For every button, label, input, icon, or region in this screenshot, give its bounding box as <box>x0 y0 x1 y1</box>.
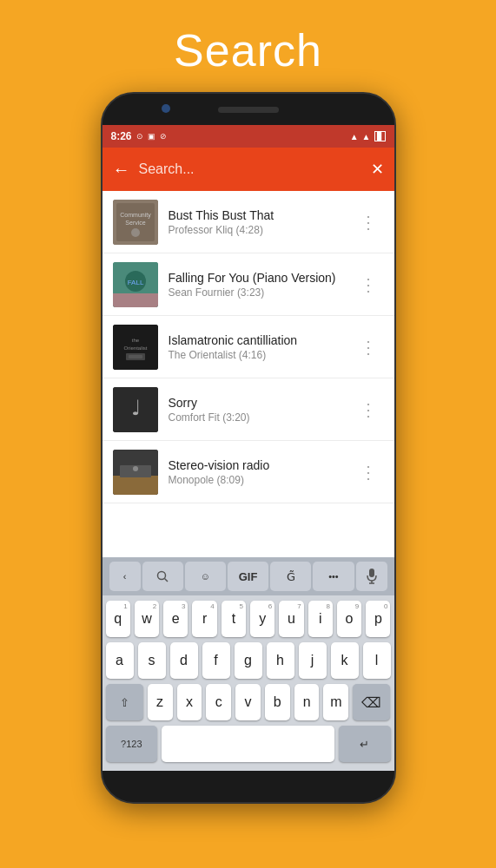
song-more-4[interactable]: ⋮ <box>353 392 384 427</box>
keyboard-row-1: 1q 2w 3e 4r 5t 6y 7u 8i 9o 0p <box>106 601 391 637</box>
svg-text:FALL: FALL <box>127 279 143 286</box>
key-e[interactable]: 3e <box>163 601 188 637</box>
keyboard-back-button[interactable]: ‹ <box>109 562 141 591</box>
song-title-4: Sorry <box>169 396 353 410</box>
key-w[interactable]: 2w <box>135 601 159 637</box>
keyboard-row-3: ⇧ z x c v b n m ⌫ <box>106 684 391 720</box>
album-art-3: the Orientalist <box>113 325 158 370</box>
song-item-3[interactable]: the Orientalist Islamatronic cantilliati… <box>103 316 394 378</box>
key-x[interactable]: x <box>177 684 202 720</box>
song-list: Community Service Bust This Bust That Pr… <box>103 191 394 557</box>
song-item-2[interactable]: FALL Falling For You (Piano Version) Sea… <box>103 253 394 316</box>
status-icon-3: ⊘ <box>160 132 167 141</box>
key-z[interactable]: z <box>148 684 173 720</box>
song-more-1[interactable]: ⋮ <box>353 205 384 240</box>
status-icon-1: ⊙ <box>136 132 143 141</box>
keyboard-gif-button[interactable]: GIF <box>228 562 268 591</box>
status-bar: 8:26 ⊙ ▣ ⊘ ▲ ▲ ▊ <box>103 125 394 148</box>
phone-camera <box>162 104 170 113</box>
key-i[interactable]: 8i <box>308 601 333 637</box>
song-subtitle-2: Sean Fournier (3:23) <box>169 286 353 299</box>
svg-point-4 <box>131 228 140 237</box>
key-j[interactable]: j <box>299 642 327 679</box>
svg-line-21 <box>165 579 169 582</box>
phone-speaker <box>218 107 279 113</box>
song-item-5[interactable]: Stereo-vision radio Monopole (8:09) ⋮ <box>103 441 394 503</box>
keyboard-translate-button[interactable]: G̃ <box>270 562 311 591</box>
song-title-5: Stereo-vision radio <box>169 458 353 472</box>
song-subtitle-3: The Orientalist (4:16) <box>169 349 353 361</box>
key-d[interactable]: d <box>170 642 198 679</box>
clear-search-button[interactable]: ✕ <box>371 160 384 179</box>
battery-icon: ▊ <box>374 131 386 141</box>
search-input[interactable]: Search... <box>139 161 371 177</box>
svg-text:♩: ♩ <box>130 396 140 419</box>
svg-text:Service: Service <box>125 220 145 226</box>
svg-rect-13 <box>129 355 142 358</box>
key-r[interactable]: 4r <box>192 601 216 637</box>
song-title-1: Bust This Bust That <box>169 208 353 222</box>
phone-mockup: 8:26 ⊙ ▣ ⊘ ▲ ▲ ▊ ← Search... ✕ <box>101 92 396 804</box>
key-y[interactable]: 6y <box>250 601 274 637</box>
key-t[interactable]: 5t <box>222 601 246 637</box>
wifi-icon: ▲ <box>350 132 359 141</box>
keyboard-search-button[interactable] <box>142 562 183 591</box>
svg-text:Community: Community <box>120 212 151 219</box>
song-subtitle-4: Comfort Fit (3:20) <box>169 411 353 424</box>
song-more-5[interactable]: ⋮ <box>353 455 384 490</box>
song-info-3: Islamatronic cantilliation The Orientali… <box>169 333 353 361</box>
song-item-4[interactable]: ♩ Sorry Comfort Fit (3:20) ⋮ <box>103 378 394 441</box>
key-c[interactable]: c <box>206 684 231 720</box>
key-o[interactable]: 9o <box>337 601 361 637</box>
key-f[interactable]: f <box>202 642 230 679</box>
keyboard-more-button[interactable]: ••• <box>313 562 354 591</box>
key-k[interactable]: k <box>331 642 359 679</box>
svg-point-19 <box>133 466 138 471</box>
shift-key[interactable]: ⇧ <box>106 684 143 720</box>
space-key[interactable] <box>162 726 334 762</box>
key-v[interactable]: v <box>235 684 261 720</box>
phone-screen: 8:26 ⊙ ▣ ⊘ ▲ ▲ ▊ ← Search... ✕ <box>103 125 394 771</box>
back-button[interactable]: ← <box>113 160 130 180</box>
key-n[interactable]: n <box>294 684 320 720</box>
search-bar: ← Search... ✕ <box>103 148 394 191</box>
song-info-4: Sorry Comfort Fit (3:20) <box>169 396 353 424</box>
svg-rect-8 <box>113 293 158 307</box>
keyboard-row-2: a s d f g h j k l <box>106 642 391 679</box>
svg-rect-17 <box>113 476 158 495</box>
key-p[interactable]: 0p <box>366 601 390 637</box>
song-more-3[interactable]: ⋮ <box>353 330 384 365</box>
symbols-key[interactable]: ?123 <box>106 726 158 762</box>
album-art-2: FALL <box>113 262 158 307</box>
song-item-1[interactable]: Community Service Bust This Bust That Pr… <box>103 191 394 253</box>
album-art-5 <box>113 450 158 495</box>
enter-key[interactable]: ↵ <box>339 726 391 762</box>
album-art-4: ♩ <box>113 387 158 432</box>
keyboard-row-4: ?123 ↵ <box>106 726 391 762</box>
key-q[interactable]: 1q <box>106 601 130 637</box>
key-m[interactable]: m <box>323 684 348 720</box>
key-a[interactable]: a <box>106 642 134 679</box>
status-time: 8:26 <box>111 130 132 142</box>
song-subtitle-1: Professor Kliq (4:28) <box>169 224 353 236</box>
song-subtitle-5: Monopole (8:09) <box>169 474 353 486</box>
page-title: Search <box>174 24 322 76</box>
key-b[interactable]: b <box>265 684 290 720</box>
svg-text:the: the <box>131 338 139 343</box>
song-title-2: Falling For You (Piano Version) <box>169 271 353 285</box>
keyboard-mic-button[interactable] <box>356 562 387 591</box>
keyboard-area: ‹ ☺ GIF G̃ ••• 1q 2w 3e 4r <box>103 557 394 771</box>
song-info-2: Falling For You (Piano Version) Sean Fou… <box>169 271 353 299</box>
key-h[interactable]: h <box>267 642 294 679</box>
keyboard-keys: 1q 2w 3e 4r 5t 6y 7u 8i 9o 0p a s d f <box>103 595 394 771</box>
key-g[interactable]: g <box>235 642 262 679</box>
delete-key[interactable]: ⌫ <box>353 684 390 720</box>
song-more-2[interactable]: ⋮ <box>353 267 384 302</box>
song-info-5: Stereo-vision radio Monopole (8:09) <box>169 458 353 486</box>
keyboard-emoji-button[interactable]: ☺ <box>185 562 226 591</box>
song-title-3: Islamatronic cantilliation <box>169 333 353 347</box>
key-u[interactable]: 7u <box>279 601 303 637</box>
key-s[interactable]: s <box>138 642 166 679</box>
status-icon-2: ▣ <box>148 132 155 141</box>
key-l[interactable]: l <box>363 642 391 679</box>
